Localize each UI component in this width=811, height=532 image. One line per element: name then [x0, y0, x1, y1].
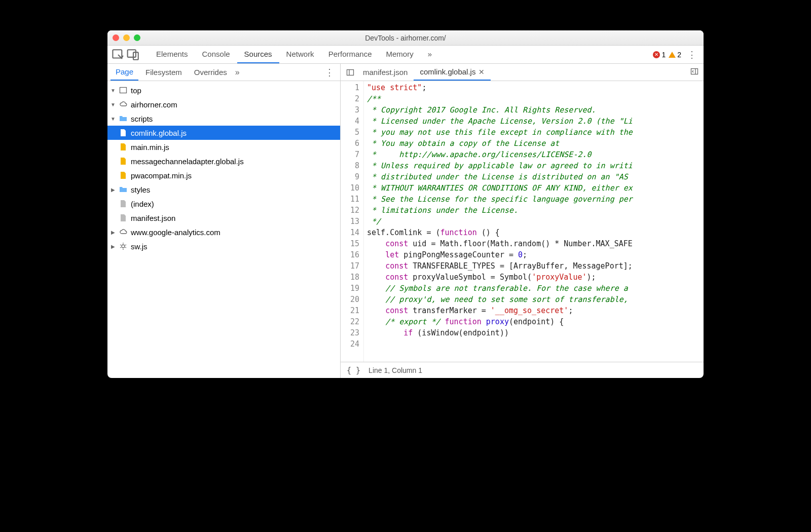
caret-down-icon: ▼ — [110, 102, 116, 107]
subtab-filesystem[interactable]: Filesystem — [140, 64, 187, 80]
editor-statusbar: { } Line 1, Column 1 — [341, 362, 704, 378]
tree-label: pwacompat.min.js — [131, 171, 192, 180]
svg-rect-1 — [128, 50, 136, 57]
tree-label: top — [131, 86, 141, 95]
caret-down-icon: ▼ — [110, 88, 116, 93]
tabs-overflow-icon[interactable]: » — [421, 46, 439, 63]
editor-tab-manifest[interactable]: manifest.json — [357, 64, 414, 80]
svg-rect-3 — [120, 88, 127, 93]
tree-file-pwa[interactable]: pwacompat.min.js — [107, 168, 340, 182]
caret-right-icon: ▶ — [110, 187, 116, 193]
folder-icon — [119, 114, 128, 123]
tree-label: styles — [131, 185, 150, 194]
warning-count[interactable]: 2 — [669, 51, 681, 59]
frame-icon — [119, 86, 128, 95]
svg-rect-5 — [347, 69, 354, 75]
tree-label: manifest.json — [131, 214, 175, 222]
js-file-icon — [119, 128, 128, 137]
titlebar[interactable]: DevTools - airhorner.com/ — [107, 30, 704, 46]
code-content[interactable]: "use strict";/** * Copyright 2017 Google… — [364, 81, 704, 362]
cloud-icon — [119, 227, 128, 237]
navigator-menu-icon[interactable]: ⋮ — [322, 67, 337, 78]
tree-folder-styles[interactable]: ▶ styles — [107, 182, 340, 197]
tree-file-main[interactable]: main.min.js — [107, 140, 340, 154]
service-worker-icon — [119, 242, 128, 251]
show-debugger-icon[interactable] — [688, 67, 701, 77]
tab-performance[interactable]: Performance — [321, 46, 379, 63]
tree-label: www.google-analytics.com — [131, 228, 220, 237]
caret-right-icon: ▶ — [110, 230, 116, 235]
main-tabs: Elements Console Sources Network Perform… — [149, 46, 651, 63]
tab-elements[interactable]: Elements — [149, 46, 195, 63]
tree-file-comlink[interactable]: comlink.global.js — [107, 126, 340, 140]
tree-label: sw.js — [131, 242, 148, 251]
editor-tab-label: comlink.global.js — [420, 67, 475, 76]
editor-pane: manifest.json comlink.global.js ✕ 123456… — [341, 64, 704, 378]
subtabs-overflow-icon[interactable]: » — [235, 68, 240, 77]
tree-file-mca[interactable]: messagechanneladapter.global.js — [107, 154, 340, 168]
folder-icon — [119, 185, 128, 194]
js-file-icon — [119, 157, 128, 166]
show-navigator-icon[interactable] — [344, 68, 357, 77]
inspect-element-icon[interactable] — [112, 48, 125, 61]
cursor-position: Line 1, Column 1 — [368, 366, 422, 374]
error-count[interactable]: ✕ 1 — [653, 51, 666, 59]
line-gutter: 123456789101112131415161718192021222324 — [341, 81, 364, 362]
tree-label: airhorner.com — [131, 100, 177, 109]
tree-top[interactable]: ▼ top — [107, 83, 340, 97]
svg-point-4 — [122, 245, 125, 248]
tab-console[interactable]: Console — [195, 46, 237, 63]
file-tree: ▼ top ▼ airhorner.com ▼ scripts — [107, 81, 340, 378]
caret-right-icon: ▶ — [110, 244, 116, 249]
main-toolbar: Elements Console Sources Network Perform… — [107, 46, 704, 64]
editor-tabs: manifest.json comlink.global.js ✕ — [341, 64, 704, 81]
warning-icon — [669, 52, 676, 58]
error-icon: ✕ — [653, 51, 660, 58]
tree-label: messagechanneladapter.global.js — [131, 157, 244, 166]
cloud-icon — [119, 100, 128, 109]
editor-tab-comlink[interactable]: comlink.global.js ✕ — [414, 64, 491, 81]
tree-domain-airhorner[interactable]: ▼ airhorner.com — [107, 97, 340, 111]
document-icon — [119, 213, 128, 222]
pretty-print-icon[interactable]: { } — [347, 366, 360, 375]
tab-memory[interactable]: Memory — [379, 46, 421, 63]
tree-folder-scripts[interactable]: ▼ scripts — [107, 111, 340, 126]
close-tab-icon[interactable]: ✕ — [478, 68, 485, 76]
tree-label: comlink.global.js — [131, 129, 187, 137]
tree-sw[interactable]: ▶ sw.js — [107, 239, 340, 253]
navigator-sidebar: Page Filesystem Overrides » ⋮ ▼ top ▼ ai… — [107, 64, 341, 378]
devtools-window: DevTools - airhorner.com/ Elements Conso… — [107, 30, 704, 378]
editor-tab-label: manifest.json — [363, 68, 408, 77]
tree-label: scripts — [131, 115, 153, 123]
js-file-icon — [119, 171, 128, 180]
tree-domain-ga[interactable]: ▶ www.google-analytics.com — [107, 225, 340, 239]
tab-sources[interactable]: Sources — [237, 46, 279, 63]
settings-menu-icon[interactable]: ⋮ — [684, 49, 699, 60]
subtab-page[interactable]: Page — [110, 64, 138, 81]
document-icon — [119, 199, 128, 208]
tree-label: main.min.js — [131, 143, 169, 151]
tree-label: (index) — [131, 200, 154, 208]
navigator-tabs: Page Filesystem Overrides » ⋮ — [107, 64, 340, 81]
tab-network[interactable]: Network — [279, 46, 321, 63]
js-file-icon — [119, 142, 128, 151]
tree-file-index[interactable]: (index) — [107, 197, 340, 211]
caret-down-icon: ▼ — [110, 116, 116, 122]
window-title: DevTools - airhorner.com/ — [107, 34, 704, 42]
tree-file-manifest[interactable]: manifest.json — [107, 211, 340, 225]
code-editor[interactable]: 123456789101112131415161718192021222324 … — [341, 81, 704, 362]
device-mode-icon[interactable] — [127, 48, 140, 61]
subtab-overrides[interactable]: Overrides — [189, 64, 232, 80]
